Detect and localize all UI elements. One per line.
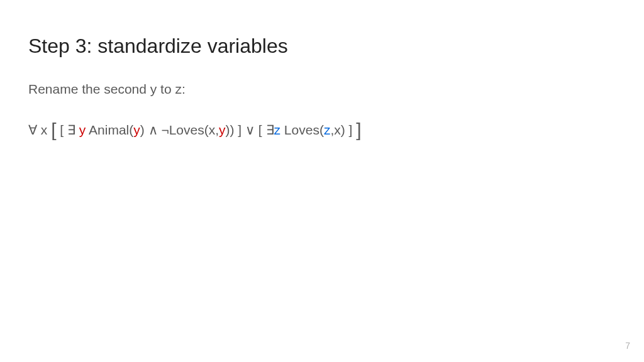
page-number: 7 [625, 341, 630, 351]
variable-z: z [324, 123, 331, 137]
formula-part: [ ∃ [57, 123, 79, 137]
slide-title: Step 3: standardize variables [28, 35, 616, 58]
instruction-text: Rename the second y to z: [28, 82, 616, 97]
formula-part: ) ∧ ¬Loves(x, [140, 123, 219, 137]
formula-part: ∀ x [28, 123, 51, 137]
formula-part: ,x) ] [330, 123, 356, 137]
formula-part: Animal( [86, 123, 133, 137]
big-bracket-open: [ [51, 119, 56, 140]
variable-y: y [133, 123, 140, 137]
big-bracket-close: ] [356, 119, 361, 140]
formula-line: ∀ x [ [ ∃ y Animal(y) ∧ ¬Loves(x,y)) ] ∨… [28, 117, 616, 143]
variable-y: y [219, 123, 226, 137]
formula-part: )) ] ∨ [ ∃ [226, 123, 274, 137]
variable-z: z [274, 123, 281, 137]
variable-y: y [79, 123, 86, 137]
formula-part: Loves( [280, 123, 324, 137]
